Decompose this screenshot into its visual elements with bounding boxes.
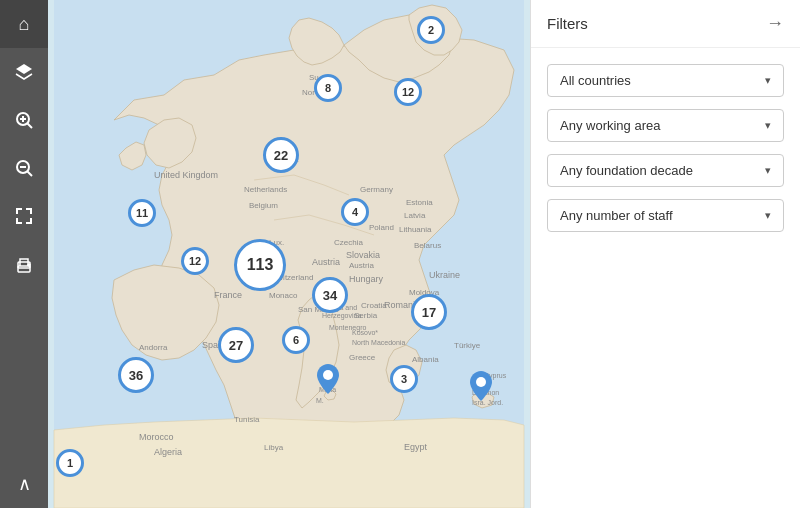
panel-title: Filters [547, 15, 588, 32]
cluster-marker[interactable]: 17 [411, 294, 447, 330]
toolbar: ⌂ [0, 0, 48, 508]
cluster-marker[interactable]: 4 [341, 198, 369, 226]
cluster-marker[interactable]: 113 [234, 239, 286, 291]
cluster-marker[interactable]: 12 [394, 78, 422, 106]
svg-text:United Kingdom: United Kingdom [154, 170, 218, 180]
cluster-marker[interactable]: 6 [282, 326, 310, 354]
svg-text:Libya: Libya [264, 443, 284, 452]
zoom-out-icon[interactable] [0, 144, 48, 192]
cluster-marker[interactable]: 36 [118, 357, 154, 393]
svg-rect-7 [18, 266, 30, 272]
cluster-marker[interactable]: 8 [314, 74, 342, 102]
svg-text:Ukraine: Ukraine [429, 270, 460, 280]
svg-point-9 [28, 264, 30, 266]
collapse-icon[interactable]: ∧ [0, 460, 48, 508]
svg-text:Belgium: Belgium [249, 201, 278, 210]
staff-count-chevron-icon: ▾ [765, 209, 771, 222]
cluster-marker[interactable]: 34 [312, 277, 348, 313]
home-icon[interactable]: ⌂ [0, 0, 48, 48]
svg-text:Andorra: Andorra [139, 343, 168, 352]
svg-text:North Macedonia: North Macedonia [352, 339, 405, 346]
foundation-decade-filter-label: Any foundation decade [560, 163, 693, 178]
panel-header: Filters → [531, 0, 800, 48]
cluster-marker[interactable]: 22 [263, 137, 299, 173]
cluster-marker[interactable]: 12 [181, 247, 209, 275]
countries-filter-label: All countries [560, 73, 631, 88]
svg-line-1 [28, 124, 33, 129]
svg-text:Austria: Austria [312, 257, 340, 267]
zoom-in-icon[interactable] [0, 96, 48, 144]
panel-arrow-icon[interactable]: → [766, 13, 784, 34]
svg-text:Albania: Albania [412, 355, 439, 364]
cluster-marker[interactable]: 27 [218, 327, 254, 363]
svg-point-64 [323, 370, 333, 380]
right-panel: Filters → All countries ▾ Any working ar… [530, 0, 800, 508]
svg-text:Greece: Greece [349, 353, 376, 362]
svg-text:Estonia: Estonia [406, 198, 433, 207]
countries-chevron-icon: ▾ [765, 74, 771, 87]
staff-count-filter[interactable]: Any number of staff ▾ [547, 199, 784, 232]
svg-text:Poland: Poland [369, 223, 394, 232]
fullscreen-icon[interactable] [0, 192, 48, 240]
svg-text:M.: M. [316, 397, 324, 404]
svg-text:Algeria: Algeria [154, 447, 182, 457]
svg-text:Czechia: Czechia [334, 238, 363, 247]
svg-text:Morocco: Morocco [139, 432, 174, 442]
svg-text:Monaco: Monaco [269, 291, 298, 300]
svg-text:Latvia: Latvia [404, 211, 426, 220]
svg-text:Lithuania: Lithuania [399, 225, 432, 234]
cluster-marker[interactable]: 11 [128, 199, 156, 227]
svg-text:Austria: Austria [349, 261, 374, 270]
svg-text:Türkiye: Türkiye [454, 341, 481, 350]
working-area-chevron-icon: ▾ [765, 119, 771, 132]
working-area-filter-label: Any working area [560, 118, 660, 133]
foundation-decade-filter[interactable]: Any foundation decade ▾ [547, 154, 784, 187]
cluster-marker[interactable]: 3 [390, 365, 418, 393]
cluster-marker[interactable]: 2 [417, 16, 445, 44]
countries-filter[interactable]: All countries ▾ [547, 64, 784, 97]
svg-text:France: France [214, 290, 242, 300]
cluster-marker[interactable]: 1 [56, 449, 84, 477]
svg-text:Germany: Germany [360, 185, 393, 194]
pin-marker[interactable] [470, 371, 492, 405]
svg-text:Croatia: Croatia [361, 301, 387, 310]
foundation-decade-chevron-icon: ▾ [765, 164, 771, 177]
svg-line-5 [28, 172, 33, 177]
map-container[interactable]: United Kingdom Netherlands Belgium Lux. … [48, 0, 530, 508]
svg-point-65 [476, 377, 486, 387]
svg-text:Hungary: Hungary [349, 274, 384, 284]
working-area-filter[interactable]: Any working area ▾ [547, 109, 784, 142]
svg-text:Belarus: Belarus [414, 241, 441, 250]
panel-filters: All countries ▾ Any working area ▾ Any f… [531, 48, 800, 248]
print-icon[interactable] [0, 240, 48, 288]
staff-count-filter-label: Any number of staff [560, 208, 673, 223]
pin-marker[interactable] [317, 364, 339, 398]
svg-text:Kosovo*: Kosovo* [352, 329, 378, 336]
svg-text:Serbia: Serbia [354, 311, 378, 320]
svg-text:Tunisia: Tunisia [234, 415, 260, 424]
layers-icon[interactable] [0, 48, 48, 96]
svg-text:Slovakia: Slovakia [346, 250, 380, 260]
svg-text:Netherlands: Netherlands [244, 185, 287, 194]
svg-text:Egypt: Egypt [404, 442, 428, 452]
